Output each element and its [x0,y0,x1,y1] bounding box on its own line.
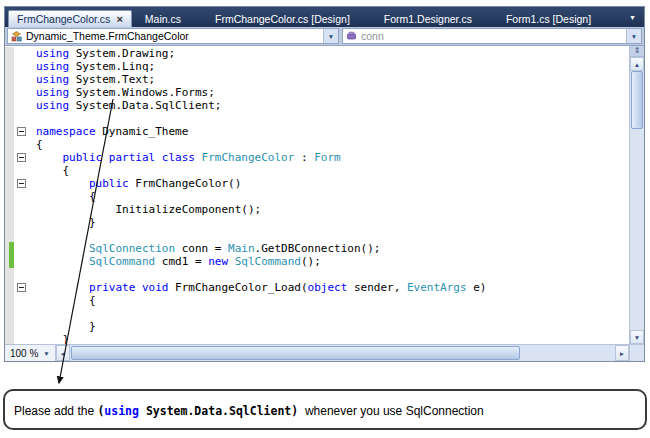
fold-margin [14,138,31,151]
indicator-margin [5,60,14,73]
indicator-margin [5,112,14,125]
chevron-down-icon[interactable]: ▼ [323,29,338,43]
scroll-down-button[interactable]: ▼ [630,330,644,344]
indicator-margin [5,125,14,138]
scrollbar-corner [629,344,644,361]
code-line-text: private void FrmChangeColor_Load(object … [31,281,486,294]
code-line[interactable] [5,229,629,242]
code-line[interactable]: public partial class FrmChangeColor : Fo… [5,151,629,164]
tab-main-cs[interactable]: Main.cs [137,10,189,27]
fold-margin [14,177,31,190]
screen: FrmChangeColor.cs × Main.cs FrmChangeCol… [0,0,650,438]
indicator-margin [5,307,14,320]
code-line-text: { [31,164,69,177]
member-selector-value: conn [361,30,384,42]
scroll-up-button[interactable]: ▲ [630,57,644,71]
collapse-minus-icon[interactable] [17,283,26,292]
code-line[interactable]: { [5,164,629,177]
collapse-minus-icon[interactable] [17,153,26,162]
code-line-text [31,229,36,242]
indicator-margin [5,73,14,86]
code-lines: using System.Drawing;using System.Linq;u… [5,47,629,344]
fold-margin [14,333,31,344]
horizontal-scroll-thumb[interactable] [71,346,520,360]
code-line[interactable]: { [5,190,629,203]
callout-text: Please add the (using System.Data.SqlCli… [14,401,484,419]
tab-form1-cs-design[interactable]: Form1.cs [Design] [498,10,599,27]
class-icon [11,31,22,42]
code-editor[interactable]: using System.Drawing;using System.Linq;u… [5,46,644,361]
tab-label: FrmChangeColor.cs [17,13,110,25]
code-line[interactable]: } [5,216,629,229]
tab-list-chevron-icon[interactable]: ▼ [624,14,641,21]
fold-margin [14,229,31,242]
code-line[interactable]: public FrmChangeColor() [5,177,629,190]
chevron-down-icon[interactable]: ▼ [43,350,49,357]
code-line-text: } [31,216,96,229]
code-line-text: using System.Drawing; [31,47,175,60]
horizontal-scroll-track[interactable] [70,345,615,361]
code-line[interactable]: } [5,320,629,333]
vertical-scroll-track[interactable] [630,71,644,330]
tab-frmchangecolor-design[interactable]: FrmChangeColor.cs [Design] [207,10,358,27]
code-line[interactable]: SqlConnection conn = Main.GetDBConnectio… [5,242,629,255]
indicator-margin [5,86,14,99]
code-line[interactable]: { [5,294,629,307]
scroll-left-button[interactable]: ◄ [56,345,70,361]
code-line-text: namespace Dynamic_Theme [31,125,188,138]
code-line-text [31,112,36,125]
fold-margin [14,281,31,294]
code-line[interactable]: SqlCommand cmd1 = new SqlCommand(); [5,255,629,268]
types-dropdown[interactable]: Dynamic_Theme.FrmChangeColor ▼ [7,28,339,44]
code-line[interactable]: using System.Windows.Forms; [5,86,629,99]
navigation-bar: Dynamic_Theme.FrmChangeColor ▼ conn ▼ [5,27,644,46]
indicator-margin [5,203,14,216]
collapse-minus-icon[interactable] [17,127,26,136]
tab-frmchangecolor-cs[interactable]: FrmChangeColor.cs × [8,10,132,27]
tab-label: Form1.cs [Design] [506,13,591,25]
code-line[interactable]: { [5,138,629,151]
code-line-text: { [31,294,96,307]
tab-form1-designer-cs[interactable]: Form1.Designer.cs [376,10,480,27]
code-line[interactable]: namespace Dynamic_Theme [5,125,629,138]
change-tracking-bar [5,255,14,268]
close-icon[interactable]: × [116,14,122,24]
horizontal-scrollbar: 100 % ▼ ◄ ► [5,344,629,361]
tab-label: Form1.Designer.cs [384,13,472,25]
fold-margin [14,86,31,99]
vertical-scroll-thumb[interactable] [631,71,643,129]
splitter-handle-icon[interactable]: ⇕ [630,46,644,57]
tab-label: FrmChangeColor.cs [Design] [215,13,350,25]
fold-margin [14,203,31,216]
indicator-margin [5,47,14,60]
fold-margin [14,307,31,320]
code-line[interactable]: InitializeComponent(); [5,203,629,216]
chevron-down-icon[interactable]: ▼ [626,29,641,43]
collapse-minus-icon[interactable] [17,179,26,188]
indicator-margin [5,151,14,164]
scroll-right-button[interactable]: ► [615,345,629,361]
code-line[interactable] [5,268,629,281]
callout-note: Please add the (using System.Data.SqlCli… [3,389,647,430]
indicator-margin [5,281,14,294]
code-line-text: SqlConnection conn = Main.GetDBConnectio… [31,242,380,255]
code-line[interactable]: private void FrmChangeColor_Load(object … [5,281,629,294]
code-line[interactable] [5,112,629,125]
code-line-text [31,268,36,281]
code-line[interactable]: using System.Linq; [5,60,629,73]
members-dropdown[interactable]: conn ▼ [342,28,642,44]
zoom-control[interactable]: 100 % ▼ [5,345,56,361]
code-line[interactable]: using System.Text; [5,73,629,86]
code-line-text: } [31,333,69,344]
fold-margin [14,47,31,60]
indicator-margin [5,268,14,281]
code-line[interactable]: } [5,333,629,344]
code-line-text [31,307,36,320]
code-line[interactable]: using System.Drawing; [5,47,629,60]
vertical-scrollbar[interactable]: ⇕ ▲ ▼ [629,46,644,344]
code-line[interactable]: using System.Data.SqlClient; [5,99,629,112]
indicator-margin [5,138,14,151]
code-line[interactable] [5,307,629,320]
indicator-margin [5,216,14,229]
fold-margin [14,268,31,281]
